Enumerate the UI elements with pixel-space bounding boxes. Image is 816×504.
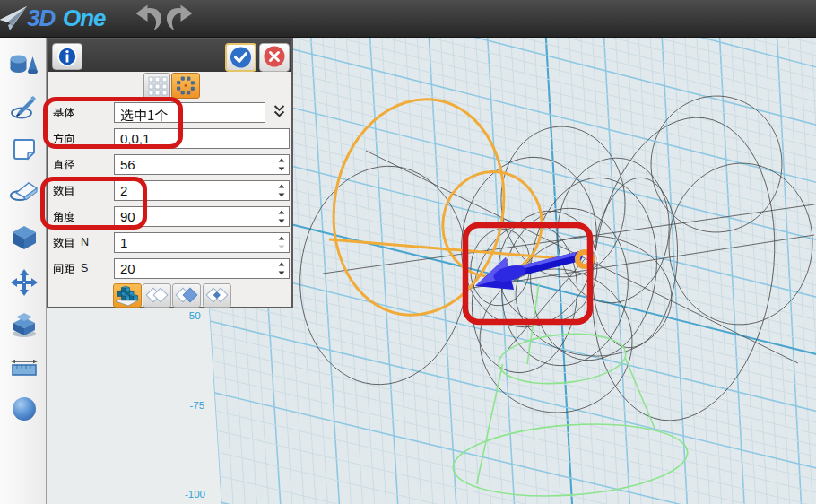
svg-text:-75: -75 xyxy=(190,400,205,411)
svg-text:-50: -50 xyxy=(186,310,201,321)
svg-text:-100: -100 xyxy=(185,489,205,500)
